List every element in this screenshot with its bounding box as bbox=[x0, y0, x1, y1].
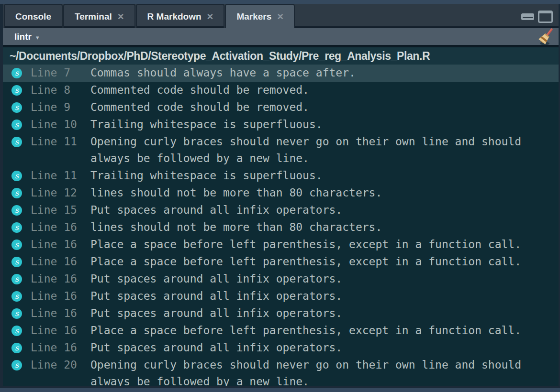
marker-line-number: Line 10 bbox=[31, 116, 90, 133]
maximize-pane-icon[interactable] bbox=[538, 11, 553, 23]
broom-clear-icon[interactable] bbox=[538, 28, 554, 45]
style-marker-icon: s bbox=[11, 291, 22, 302]
pane-tab-bar: ConsoleTerminal×R Markdown×Markers× bbox=[3, 4, 559, 28]
markers-pane: ConsoleTerminal×R Markdown×Markers× lint… bbox=[0, 4, 560, 388]
style-marker-icon: s bbox=[11, 257, 22, 267]
marker-message: Place a space before left parenthesis, e… bbox=[90, 253, 553, 270]
marker-row[interactable]: sLine 9Commented code should be removed. bbox=[3, 99, 559, 116]
marker-icon-cell: s bbox=[11, 322, 31, 336]
marker-line-number: Line 8 bbox=[31, 82, 90, 98]
marker-icon-cell: s bbox=[11, 99, 31, 113]
marker-line-number: Line 20 bbox=[31, 357, 90, 373]
tab-close-icon[interactable]: × bbox=[277, 11, 283, 22]
marker-message: Put spaces around all infix operators. bbox=[90, 202, 553, 218]
style-marker-icon: s bbox=[11, 171, 22, 181]
marker-icon-cell: s bbox=[11, 339, 31, 353]
marker-row[interactable]: sLine 10Trailing whitespace is superfluo… bbox=[3, 116, 559, 133]
marker-message: Opening curly braces should never go on … bbox=[90, 133, 553, 167]
tab-console[interactable]: Console bbox=[4, 4, 63, 28]
marker-icon-cell: s bbox=[11, 82, 31, 96]
tab-bar-filler bbox=[295, 4, 559, 28]
marker-icon-cell: s bbox=[11, 288, 31, 302]
file-path-header: ~/Documents/Dropbox/PhD/Stereotype_Activ… bbox=[3, 47, 559, 65]
marker-icon-cell: s bbox=[11, 305, 31, 319]
marker-message: Place a space before left parenthesis, e… bbox=[90, 236, 553, 253]
tab-label: Terminal bbox=[75, 11, 112, 22]
marker-line-number: Line 16 bbox=[31, 305, 90, 322]
file-path: ~/Documents/Dropbox/PhD/Stereotype_Activ… bbox=[10, 50, 430, 63]
marker-message: Commas should always have a space after. bbox=[90, 65, 553, 81]
marker-row[interactable]: sLine 16Place a space before left parent… bbox=[3, 253, 559, 271]
tab-terminal[interactable]: Terminal× bbox=[63, 4, 135, 28]
marker-line-number: Line 12 bbox=[31, 185, 90, 201]
marker-line-number: Line 15 bbox=[31, 202, 90, 218]
marker-icon-cell: s bbox=[11, 357, 31, 370]
marker-row[interactable]: sLine 16Place a space before left parent… bbox=[3, 322, 559, 339]
style-marker-icon: s bbox=[11, 343, 22, 353]
marker-row[interactable]: sLine 12lines should not be more than 80… bbox=[3, 185, 559, 202]
marker-message: Commented code should be removed. bbox=[90, 99, 553, 116]
marker-message: Trailing whitespace is superfluous. bbox=[90, 167, 553, 184]
marker-row[interactable]: sLine 15Put spaces around all infix oper… bbox=[3, 202, 559, 219]
marker-row[interactable]: sLine 8Commented code should be removed. bbox=[3, 82, 559, 99]
tab-r-markdown[interactable]: R Markdown× bbox=[136, 4, 225, 28]
marker-message: Opening curly braces should never go on … bbox=[90, 357, 553, 386]
marker-line-number: Line 16 bbox=[31, 288, 90, 305]
marker-row[interactable]: sLine 7Commas should always have a space… bbox=[3, 65, 559, 82]
marker-row[interactable]: sLine 16Put spaces around all infix oper… bbox=[3, 339, 559, 357]
style-marker-icon: s bbox=[11, 274, 22, 284]
style-marker-icon: s bbox=[11, 308, 22, 319]
marker-icon-cell: s bbox=[11, 185, 31, 198]
tab-markers[interactable]: Markers× bbox=[225, 4, 295, 28]
marker-message: lines should not be more than 80 charact… bbox=[90, 185, 553, 201]
marker-message: Put spaces around all infix operators. bbox=[90, 305, 553, 322]
marker-row[interactable]: sLine 16lines should not be more than 80… bbox=[3, 219, 559, 236]
chevron-down-icon: ▾ bbox=[36, 33, 39, 41]
marker-line-number: Line 16 bbox=[31, 236, 90, 253]
marker-icon-cell: s bbox=[11, 202, 31, 216]
marker-line-number: Line 16 bbox=[31, 271, 90, 287]
marker-message: Commented code should be removed. bbox=[90, 82, 553, 98]
marker-icon-cell: s bbox=[11, 253, 31, 267]
marker-message: Put spaces around all infix operators. bbox=[90, 288, 553, 305]
style-marker-icon: s bbox=[11, 240, 22, 250]
style-marker-icon: s bbox=[11, 85, 22, 96]
marker-icon-cell: s bbox=[11, 236, 31, 250]
style-marker-icon: s bbox=[11, 326, 22, 336]
tab-close-icon[interactable]: × bbox=[118, 11, 124, 22]
marker-set-label: lintr bbox=[14, 32, 32, 42]
marker-set-dropdown[interactable]: lintr ▾ bbox=[14, 32, 39, 42]
marker-line-number: Line 16 bbox=[31, 339, 90, 356]
tab-label: Markers bbox=[236, 11, 271, 22]
marker-icon-cell: s bbox=[11, 65, 31, 78]
style-marker-icon: s bbox=[11, 360, 22, 370]
style-marker-icon: s bbox=[11, 120, 22, 130]
marker-icon-cell: s bbox=[11, 167, 31, 181]
tab-close-icon[interactable]: × bbox=[207, 11, 213, 22]
marker-line-number: Line 11 bbox=[31, 133, 90, 150]
marker-row[interactable]: sLine 16Put spaces around all infix oper… bbox=[3, 288, 559, 305]
style-marker-icon: s bbox=[11, 137, 22, 147]
marker-message: lines should not be more than 80 charact… bbox=[90, 219, 553, 236]
marker-message: Put spaces around all infix operators. bbox=[90, 271, 553, 287]
marker-icon-cell: s bbox=[11, 133, 31, 147]
marker-message: Put spaces around all infix operators. bbox=[90, 339, 553, 356]
marker-row[interactable]: sLine 16Put spaces around all infix oper… bbox=[3, 271, 559, 288]
marker-icon-cell: s bbox=[11, 271, 31, 284]
minimize-pane-icon[interactable] bbox=[521, 13, 534, 20]
style-marker-icon: s bbox=[11, 188, 22, 198]
style-marker-icon: s bbox=[11, 205, 22, 216]
marker-message: Place a space before left parenthesis, e… bbox=[90, 322, 553, 339]
marker-line-number: Line 11 bbox=[31, 167, 90, 184]
marker-row[interactable]: sLine 11Opening curly braces should neve… bbox=[3, 133, 559, 167]
marker-message: Trailing whitespace is superfluous. bbox=[90, 116, 553, 133]
marker-line-number: Line 16 bbox=[31, 219, 90, 236]
style-marker-icon: s bbox=[11, 222, 22, 233]
marker-row[interactable]: sLine 16Place a space before left parent… bbox=[3, 236, 559, 253]
marker-row[interactable]: sLine 16Put spaces around all infix oper… bbox=[3, 305, 559, 322]
marker-line-number: Line 16 bbox=[31, 253, 90, 270]
marker-icon-cell: s bbox=[11, 219, 31, 233]
marker-row[interactable]: sLine 11Trailing whitespace is superfluo… bbox=[3, 167, 559, 185]
tab-label: R Markdown bbox=[147, 11, 202, 22]
marker-row[interactable]: sLine 20Opening curly braces should neve… bbox=[3, 357, 559, 386]
